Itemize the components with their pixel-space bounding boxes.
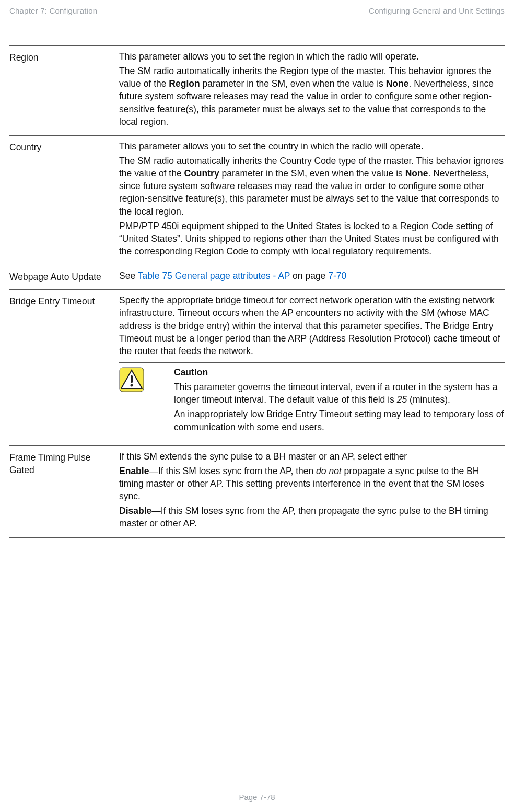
region-p2: The SM radio automatically inherits the … [119,65,505,128]
country-p3: PMP/PTP 450i equipment shipped to the Un… [119,220,505,257]
label-bridge: Bridge Entry Timeout [9,294,119,440]
caution-callout: Caution This parameter governs the timeo… [119,362,505,440]
caution-p1: This parameter governs the timeout inter… [174,381,505,406]
bridge-p1: Specify the appropriate bridge timeout f… [119,294,505,357]
label-webpage: Webpage Auto Update [9,269,119,284]
row-frame-timing-pulse-gated: Frame Timing Pulse Gated If this SM exte… [9,446,505,538]
label-region: Region [9,50,119,130]
row-bridge-entry-timeout: Bridge Entry Timeout Specify the appropr… [9,290,505,445]
row-country: Country This parameter allows you to set… [9,136,505,265]
header-left: Chapter 7: Configuration [9,6,97,15]
bold-enable: Enable [119,466,149,476]
text: parameter in the SM, even when the value… [200,78,386,89]
country-p2: The SM radio automatically inherits the … [119,155,505,218]
header-right: Configuring General and Unit Settings [369,6,505,15]
bold-disable: Disable [119,505,151,516]
text: See [119,270,138,281]
label-country: Country [9,140,119,260]
country-p1: This parameter allows you to set the cou… [119,140,505,152]
body-region: This parameter allows you to set the reg… [119,50,505,130]
italic-do-not: do not [316,466,342,476]
region-p1: This parameter allows you to set the reg… [119,50,505,63]
text: (minutes). [407,394,450,405]
caution-icon [119,366,174,436]
label-frame: Frame Timing Pulse Gated [9,450,119,532]
body-frame: If this SM extends the sync pulse to a B… [119,450,505,532]
frame-p1: If this SM extends the sync pulse to a B… [119,450,505,463]
caution-body: Caution This parameter governs the timeo… [174,366,505,436]
link-table75[interactable]: Table 75 General page attributes - AP [138,270,290,281]
svg-rect-2 [131,375,133,383]
italic-25: 25 [397,394,407,405]
webpage-p1: See Table 75 General page attributes - A… [119,269,505,282]
text: on page [290,270,328,281]
parameter-table: Region This parameter allows you to set … [9,45,505,538]
text: parameter in the SM, even when the value… [219,168,405,179]
body-bridge: Specify the appropriate bridge timeout f… [119,294,505,440]
bold-region: Region [169,78,200,89]
caution-title: Caution [174,366,505,379]
page-header: Chapter 7: Configuration Configuring Gen… [9,6,505,15]
caution-p2: An inappropriately low Bridge Entry Time… [174,408,505,433]
text: —If this SM loses sync from the AP, then [149,466,316,476]
bold-none: None [386,78,409,89]
row-webpage-auto-update: Webpage Auto Update See Table 75 General… [9,265,505,290]
frame-p3: Disable—If this SM loses sync from the A… [119,504,505,529]
text: —If this SM loses sync from the AP, then… [119,505,488,528]
body-webpage: See Table 75 General page attributes - A… [119,269,505,284]
frame-p2: Enable—If this SM loses sync from the AP… [119,465,505,502]
bold-country: Country [184,168,219,179]
body-country: This parameter allows you to set the cou… [119,140,505,260]
bold-none: None [405,168,428,179]
svg-point-3 [131,384,133,386]
row-region: Region This parameter allows you to set … [9,46,505,136]
link-page-7-70[interactable]: 7-70 [328,270,346,281]
page-footer: Page 7-78 [0,793,514,802]
